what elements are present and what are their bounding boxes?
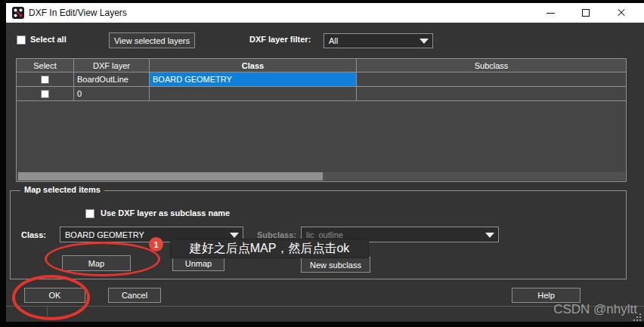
table-header-row: Select DXF layer Class Subclass	[17, 59, 626, 72]
row-class-cell[interactable]	[150, 87, 357, 100]
horizontal-scrollbar[interactable]	[17, 172, 625, 180]
chevron-down-icon	[230, 233, 239, 238]
maximize-icon	[582, 9, 590, 17]
new-subclass-button[interactable]: New subclass	[301, 257, 370, 273]
bottom-divider-tick	[47, 306, 48, 316]
csdn-watermark: CSDN @nhyltt	[553, 302, 637, 317]
header-class: Class	[150, 59, 357, 72]
annotation-step-badge: 1	[149, 237, 163, 251]
maximize-button[interactable]	[573, 3, 599, 23]
cancel-button[interactable]: Cancel	[108, 288, 161, 303]
window-title: DXF In Edit/View Layers	[29, 8, 127, 18]
row-checkbox[interactable]	[41, 90, 49, 98]
dxf-layer-filter-label: DXF layer filter:	[249, 35, 311, 44]
layers-table: Select DXF layer Class Subclass BoardOut…	[16, 58, 627, 182]
dxf-layer-filter-dropdown[interactable]: All	[324, 33, 433, 48]
row-class-cell-selected[interactable]: BOARD GEOMETRY	[150, 72, 357, 86]
header-subclass: Subclass	[357, 59, 626, 72]
chevron-down-icon	[485, 233, 494, 238]
screenshot-stage: DXF In Edit/View Layers Select all View …	[0, 0, 644, 327]
header-dxf-layer: DXF layer	[74, 59, 150, 72]
map-button[interactable]: Map	[62, 255, 131, 271]
scrollbar-thumb[interactable]	[18, 172, 323, 180]
map-selected-items-title: Map selected items	[20, 185, 104, 194]
close-button[interactable]	[608, 3, 634, 23]
select-all-label: Select all	[30, 35, 67, 44]
row-dxf-layer-cell[interactable]: BoardOutLine	[74, 72, 150, 86]
help-button[interactable]: Help	[512, 288, 581, 303]
table-row: 0	[17, 87, 626, 101]
bottom-divider	[6, 306, 644, 307]
app-icon	[12, 7, 24, 19]
annotation-note: 建好之后点MAP，然后点击ok	[170, 239, 369, 258]
row-subclass-cell[interactable]	[357, 72, 626, 86]
row-select-cell	[17, 72, 74, 86]
view-selected-layers-button[interactable]: View selected layers	[109, 32, 195, 48]
header-select: Select	[17, 59, 74, 72]
select-all-checkbox[interactable]	[17, 35, 26, 45]
table-row: BoardOutLine BOARD GEOMETRY	[17, 72, 626, 87]
close-icon	[617, 8, 626, 17]
dxf-layer-filter-value: All	[329, 36, 338, 45]
row-select-cell	[17, 87, 74, 100]
chevron-down-icon	[420, 39, 429, 44]
minimize-icon	[546, 13, 555, 14]
minimize-button[interactable]	[537, 3, 563, 23]
title-bar[interactable]: DXF In Edit/View Layers	[6, 3, 644, 23]
use-dxf-layer-label: Use DXF layer as subclass name	[101, 208, 230, 217]
class-dropdown-value: BOARD GEOMETRY	[65, 230, 144, 239]
ok-button[interactable]: OK	[24, 288, 85, 303]
subclass-dropdown-value: lic_outline	[306, 230, 343, 239]
row-subclass-cell[interactable]	[357, 87, 626, 100]
resize-grip[interactable]	[633, 313, 641, 321]
row-dxf-layer-cell[interactable]: 0	[74, 87, 150, 100]
row-checkbox[interactable]	[41, 76, 49, 84]
class-label: Class:	[21, 230, 46, 239]
use-dxf-layer-checkbox[interactable]	[85, 209, 94, 218]
